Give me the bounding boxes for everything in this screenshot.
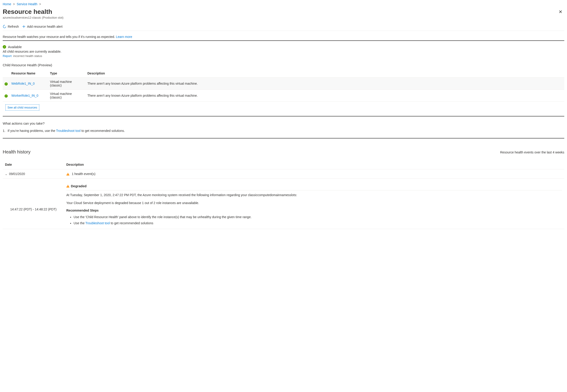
actions-list: 1. If you're having problems, use the Tr… — [3, 129, 564, 133]
cell-type: Virtual machine (classic) — [48, 78, 85, 90]
warning-icon — [66, 185, 70, 187]
history-range-text: Resource health events over the last 4 w… — [500, 151, 565, 154]
status-subtitle: All child resources are currently availa… — [3, 50, 564, 53]
warning-icon — [66, 173, 70, 175]
troubleshoot-tool-link[interactable]: Troubleshoot tool — [56, 129, 81, 133]
list-item: Use the Troubleshoot tool to get recomme… — [73, 220, 562, 226]
close-icon: ✕ — [559, 9, 563, 14]
event-title: Degraded — [71, 184, 86, 188]
col-resource-name: Resource Name — [10, 69, 48, 78]
see-all-child-resources[interactable]: See all child resources — [5, 104, 39, 111]
add-alert-button[interactable]: Add resource health alert — [22, 25, 62, 28]
recommended-steps-list: Use the 'Child Resource Health' panel ab… — [73, 214, 562, 226]
intro-text: Resource health watches your resource an… — [3, 35, 564, 41]
troubleshoot-tool-link[interactable]: Troubleshoot tool — [85, 221, 110, 225]
recommended-steps-heading: Recommended Steps — [66, 209, 562, 212]
history-summary: 1 health event(s) — [72, 172, 95, 176]
child-resource-table: Resource Name Type Description ✓ WebRole… — [3, 69, 564, 102]
event-p1: At Tuesday, September 1, 2020, 2:47:22 P… — [66, 193, 562, 197]
table-header-row: Date Description — [3, 160, 564, 169]
event-p2: Your Cloud Service deployment is degrade… — [66, 201, 562, 205]
history-time-range: 14:47:22 (PDT) - 14:48:22 (PDT) — [3, 179, 64, 229]
history-detail-row: 14:47:22 (PDT) - 14:48:22 (PDT) Degraded… — [3, 179, 564, 229]
breadcrumb: Home > Service Health > — [3, 2, 564, 6]
status-label: Available — [8, 45, 22, 49]
learn-more-link[interactable]: Learn more — [116, 35, 132, 39]
plus-icon — [22, 25, 26, 28]
resource-link[interactable]: WebRole1_IN_0 — [11, 82, 34, 85]
toolbar: Refresh Add resource health alert — [3, 23, 564, 31]
chevron-right-icon: > — [13, 2, 15, 6]
breadcrumb-home[interactable]: Home — [3, 2, 11, 6]
history-date-row[interactable]: ⌄ 09/01/2020 1 health event(s) — [3, 169, 564, 179]
history-header: Health history Resource health events ov… — [3, 149, 564, 154]
table-header-row: Resource Name Type Description — [3, 69, 564, 78]
report-rest: incorrect health status — [13, 54, 42, 58]
refresh-icon — [3, 25, 6, 28]
history-date: 09/01/2020 — [9, 172, 25, 176]
resource-link[interactable]: WorkerRole1_IN_0 — [11, 94, 38, 97]
chevron-down-icon: ⌄ — [5, 172, 7, 176]
close-button[interactable]: ✕ — [557, 8, 564, 15]
child-health-heading: Child Resource Health (Preview) — [3, 63, 564, 67]
check-circle-icon: ✓ — [4, 94, 8, 98]
history-table: Date Description ⌄ 09/01/2020 1 health e… — [3, 160, 564, 229]
refresh-label: Refresh — [8, 25, 19, 28]
table-row[interactable]: ✓ WebRole1_IN_0 Virtual machine (classic… — [3, 78, 564, 90]
list-item: Use the 'Child Resource Health' panel ab… — [73, 214, 562, 220]
chevron-right-icon: > — [39, 2, 41, 6]
col-date: Date — [3, 160, 64, 169]
cell-desc: There aren't any known Azure platform pr… — [85, 90, 564, 102]
table-row[interactable]: ✓ WorkerRole1_IN_0 Virtual machine (clas… — [3, 90, 564, 102]
event-title-row: Degraded — [66, 184, 562, 190]
check-circle-icon: ✓ — [3, 45, 6, 49]
divider — [3, 116, 564, 116]
refresh-button[interactable]: Refresh — [3, 25, 19, 28]
divider — [3, 138, 564, 139]
status-row: ✓ Available — [3, 45, 564, 49]
check-circle-icon: ✓ — [4, 82, 8, 85]
col-type: Type — [48, 69, 85, 78]
cell-desc: There aren't any known Azure platform pr… — [85, 78, 564, 90]
cell-type: Virtual machine (classic) — [48, 90, 85, 102]
report-link[interactable]: Report — [3, 54, 12, 58]
actions-heading: What actions can you take? — [3, 121, 564, 125]
breadcrumb-service-health[interactable]: Service Health — [17, 2, 38, 6]
page-title: Resource health — [3, 8, 63, 15]
report-line: Report incorrect health status — [3, 54, 564, 58]
history-heading: Health history — [3, 149, 30, 154]
col-description: Description — [85, 69, 564, 78]
page-subtitle: azurecloudservices12-classic (Production… — [3, 16, 63, 19]
add-alert-label: Add resource health alert — [27, 25, 62, 28]
col-description: Description — [64, 160, 564, 169]
